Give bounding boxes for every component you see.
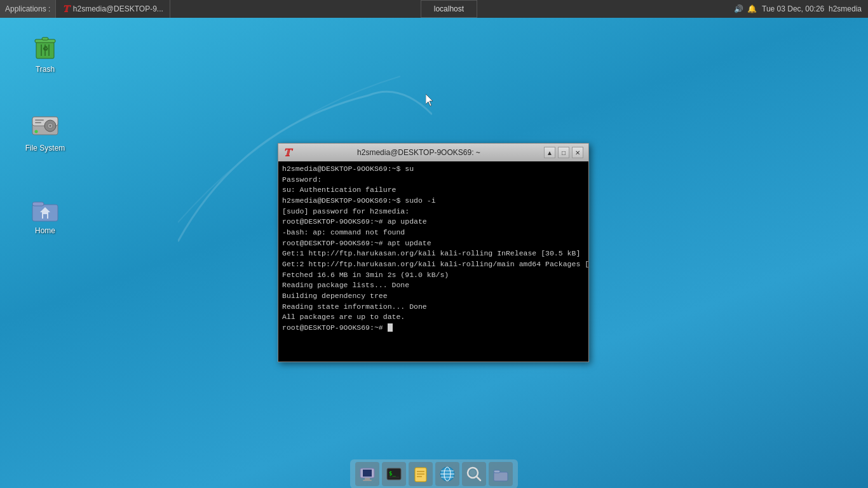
- svg-line-38: [477, 477, 480, 480]
- filesystem-label: File System: [25, 144, 65, 152]
- username-label: h2smedia: [829, 4, 862, 13]
- terminal-close-button[interactable]: ✕: [572, 147, 583, 158]
- taskbar-center: localhost: [170, 0, 728, 18]
- svg-rect-22: [363, 470, 372, 477]
- trash-icon: ♻: [30, 32, 60, 62]
- terminal-minimize-button[interactable]: ▲: [544, 147, 555, 158]
- desktop-icon-filesystem[interactable]: File System: [20, 108, 71, 155]
- svg-rect-24: [363, 480, 372, 481]
- bottom-icon-terminal[interactable]: $_: [382, 462, 406, 486]
- terminal-title: h2smedia@DESKTOP-9OOKS69: ~: [296, 148, 541, 157]
- svg-rect-2: [42, 37, 48, 40]
- home-label: Home: [35, 226, 55, 235]
- terminal-body[interactable]: h2smedia@DESKTOP-9OOKS69:~$ su Password:…: [278, 161, 588, 362]
- filesystem-icon: [30, 111, 60, 141]
- bell-icon[interactable]: 🔔: [747, 4, 757, 13]
- trash-label: Trash: [36, 65, 55, 74]
- svg-rect-40: [494, 472, 508, 481]
- terminal-xfce-icon: 𝕋: [283, 147, 291, 159]
- datetime-label: Tue 03 Dec, 00:26: [762, 4, 824, 13]
- taskbar-top-left: Applications : 𝕋 h2smedia@DESKTOP-9...: [0, 0, 170, 18]
- open-window-button[interactable]: 𝕋 h2smedia@DESKTOP-9...: [56, 0, 170, 18]
- bottom-icon-notes[interactable]: [409, 462, 433, 486]
- taskbar-bottom-inner: $_: [350, 459, 518, 489]
- desktop-icon-home[interactable]: Home: [20, 191, 71, 238]
- svg-point-14: [35, 130, 38, 133]
- applications-menu[interactable]: Applications :: [0, 0, 56, 18]
- desktop-icon-trash[interactable]: ♻ Trash: [20, 29, 71, 76]
- svg-rect-16: [32, 202, 44, 206]
- svg-rect-12: [35, 119, 44, 121]
- svg-rect-23: [365, 478, 370, 480]
- applications-label: Applications :: [5, 4, 50, 13]
- terminal-window: 𝕋 h2smedia@DESKTOP-9OOKS69: ~ ▲ □ ✕ h2sm…: [278, 143, 589, 362]
- bottom-icon-filemanager[interactable]: [355, 462, 379, 486]
- mouse-cursor: [426, 94, 433, 107]
- bottom-icon-search[interactable]: [462, 462, 486, 486]
- home-icon: [30, 193, 60, 224]
- svg-point-11: [50, 125, 51, 127]
- speaker-icon[interactable]: 🔊: [734, 4, 743, 13]
- desktop: Applications : 𝕋 h2smedia@DESKTOP-9... l…: [0, 0, 868, 488]
- svg-rect-41: [494, 470, 500, 473]
- svg-point-39: [470, 470, 476, 476]
- bottom-icon-browser[interactable]: [435, 462, 459, 486]
- svg-rect-19: [43, 214, 47, 219]
- system-tray: 🔊 🔔: [734, 4, 757, 13]
- terminal-titlebar: 𝕋 h2smedia@DESKTOP-9OOKS69: ~ ▲ □ ✕: [278, 144, 588, 161]
- svg-marker-20: [426, 94, 433, 106]
- window-title-short: h2smedia@DESKTOP-9...: [73, 4, 163, 13]
- localhost-label: localhost: [434, 4, 464, 13]
- svg-text:$_: $_: [389, 470, 396, 477]
- svg-text:♻: ♻: [43, 45, 48, 52]
- svg-rect-13: [35, 122, 41, 123]
- bottom-icon-folder[interactable]: [489, 462, 513, 486]
- taskbar-bottom: $_: [0, 459, 868, 488]
- xfce-icon: 𝕋: [62, 4, 69, 15]
- taskbar-right: 🔊 🔔 Tue 03 Dec, 00:26 h2smedia: [728, 4, 868, 13]
- clock: Tue 03 Dec, 00:26 h2smedia: [762, 4, 862, 13]
- taskbar-top: Applications : 𝕋 h2smedia@DESKTOP-9... l…: [0, 0, 868, 18]
- svg-rect-28: [415, 468, 426, 482]
- center-window-label[interactable]: localhost: [421, 0, 477, 18]
- terminal-maximize-button[interactable]: □: [558, 147, 569, 158]
